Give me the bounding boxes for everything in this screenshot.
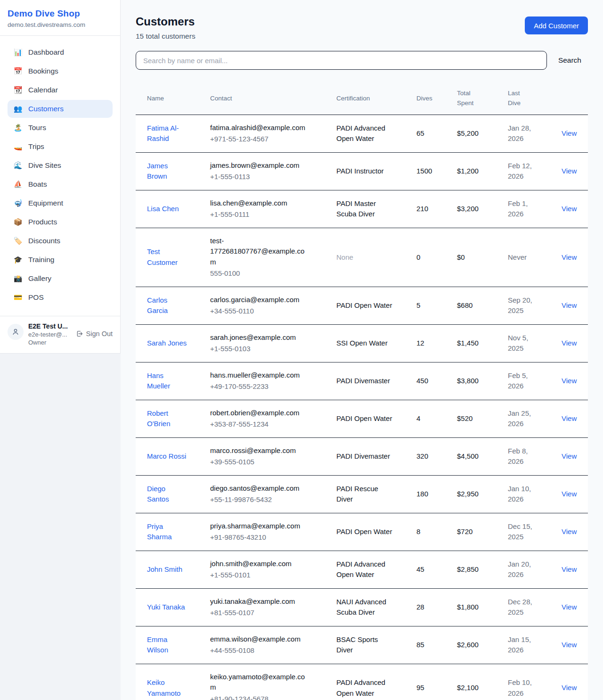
table-row: Hans Mueller hans.mueller@example.com +4… [136, 362, 588, 400]
table-row: Emma Wilson emma.wilson@example.com +44-… [136, 626, 588, 664]
view-link[interactable]: View [562, 565, 577, 573]
add-customer-button[interactable]: Add Customer [525, 16, 588, 34]
customer-name-link[interactable]: Sarah Jones [147, 338, 187, 349]
customer-dives: 95 [411, 664, 451, 700]
customer-email: marco.rossi@example.com [210, 445, 310, 456]
customer-phone: +1-555-0103 [210, 344, 325, 354]
customer-phone: +55-11-99876-5432 [210, 494, 325, 505]
customer-total-spent: $5,200 [451, 115, 502, 152]
customer-name-link[interactable]: Robert O'Brien [147, 408, 187, 429]
view-link[interactable]: View [562, 377, 577, 385]
customer-phone: +353-87-555-1234 [210, 419, 325, 430]
user-email: e2e-tester@... [28, 331, 71, 338]
table-row: Keiko Yamamoto keiko.yamamoto@example.co… [136, 664, 588, 700]
sidebar-item-trips[interactable]: 🚤Trips [8, 138, 113, 156]
customer-name-link[interactable]: Lisa Chen [147, 204, 179, 214]
table-row: Diego Santos diego.santos@example.com +5… [136, 475, 588, 513]
view-link[interactable]: View [562, 167, 577, 175]
customer-name-link[interactable]: Diego Santos [147, 484, 187, 505]
sidebar-item-label: POS [28, 293, 44, 302]
sidebar-item-bookings[interactable]: 📅Bookings [8, 62, 113, 80]
table-row: Robert O'Brien robert.obrien@example.com… [136, 400, 588, 437]
view-link[interactable]: View [562, 684, 577, 692]
customer-total-spent: $680 [451, 287, 502, 324]
customer-name-link[interactable]: Marco Rossi [147, 451, 186, 462]
view-link[interactable]: View [562, 527, 577, 535]
sidebar-item-gallery[interactable]: 📸Gallery [8, 270, 113, 288]
sidebar-item-label: Calendar [28, 86, 58, 94]
customer-phone: +39-555-0105 [210, 457, 325, 468]
customer-last-dive: Feb 12, 2026 [508, 161, 538, 182]
customer-dives: 45 [411, 551, 451, 588]
customer-email: keiko.yamamoto@example.com [210, 672, 310, 693]
customer-dives: 0 [411, 228, 451, 287]
sidebar-item-products[interactable]: 📦Products [8, 213, 113, 231]
search-button[interactable]: Search [552, 52, 588, 68]
page-header: Customers 15 total customers Add Custome… [136, 15, 588, 41]
products-icon: 📦 [13, 218, 23, 226]
table-row: John Smith john.smith@example.com +1-555… [136, 551, 588, 588]
view-link[interactable]: View [562, 490, 577, 498]
sidebar-item-boats[interactable]: ⛵Boats [8, 175, 113, 193]
training-icon: 🎓 [13, 255, 23, 264]
customer-name-link[interactable]: Yuki Tanaka [147, 602, 185, 613]
equipment-icon: 🤿 [13, 199, 23, 207]
customer-name-link[interactable]: Emma Wilson [147, 634, 187, 656]
sidebar-item-equipment[interactable]: 🤿Equipment [8, 194, 113, 212]
customer-certification: PADI Master Scuba Diver [336, 198, 394, 220]
customer-name-link[interactable]: Carlos Garcia [147, 295, 187, 316]
customer-dives: 180 [411, 475, 451, 513]
user-footer: E2E Test U... e2e-tester@... Owner Sign … [0, 316, 120, 353]
view-link[interactable]: View [562, 301, 577, 309]
main-content: Customers 15 total customers Add Custome… [121, 0, 603, 700]
customer-total-spent: $0 [451, 228, 502, 287]
table-row: Lisa Chen lisa.chen@example.com +1-555-0… [136, 190, 588, 228]
sidebar-item-training[interactable]: 🎓Training [8, 251, 113, 269]
sidebar-item-tours[interactable]: 🏝️Tours [8, 119, 113, 137]
customer-total-spent: $720 [451, 513, 502, 551]
view-link[interactable]: View [562, 414, 577, 422]
customer-name-link[interactable]: Priya Sharma [147, 521, 187, 543]
discounts-icon: 🏷️ [13, 237, 23, 245]
customer-name-link[interactable]: Test Customer [147, 247, 187, 268]
column-header-total-spent: Total Spent [451, 82, 502, 115]
sign-out-label: Sign Out [86, 330, 113, 338]
dashboard-icon: 📊 [13, 48, 23, 57]
table-row: Test Customer test-1772681807767@example… [136, 228, 588, 287]
customer-name-link[interactable]: James Brown [147, 161, 187, 182]
view-link[interactable]: View [562, 641, 577, 649]
customer-email: emma.wilson@example.com [210, 634, 310, 645]
table-row: James Brown james.brown@example.com +1-5… [136, 152, 588, 190]
customer-certification: NAUI Advanced Scuba Diver [336, 597, 394, 618]
view-link[interactable]: View [562, 603, 577, 611]
customer-phone: +81-555-0107 [210, 608, 325, 618]
view-link[interactable]: View [562, 253, 577, 261]
sidebar-item-discounts[interactable]: 🏷️Discounts [8, 232, 113, 250]
customer-certification: None [336, 252, 353, 263]
customer-email: hans.mueller@example.com [210, 370, 310, 381]
view-link[interactable]: View [562, 129, 577, 137]
search-input[interactable] [136, 51, 547, 70]
user-role: Owner [28, 339, 71, 346]
sign-out-button[interactable]: Sign Out [76, 330, 113, 338]
view-link[interactable]: View [562, 339, 577, 347]
customer-last-dive: Feb 8, 2026 [508, 446, 538, 467]
customer-name-link[interactable]: Fatima Al-Rashid [147, 123, 187, 144]
table-row: Marco Rossi marco.rossi@example.com +39-… [136, 437, 588, 475]
customer-certification: PADI Advanced Open Water [336, 677, 394, 699]
shop-name: Demo Dive Shop [8, 8, 113, 19]
customer-name-link[interactable]: John Smith [147, 564, 182, 575]
view-link[interactable]: View [562, 452, 577, 460]
customer-last-dive: Jan 25, 2026 [508, 408, 538, 429]
sidebar-item-calendar[interactable]: 📆Calendar [8, 81, 113, 99]
customer-name-link[interactable]: Hans Mueller [147, 371, 187, 392]
customer-last-dive: Dec 28, 2025 [508, 597, 538, 618]
customer-last-dive: Jan 10, 2026 [508, 484, 538, 505]
sidebar-item-customers[interactable]: 👥Customers [8, 100, 113, 118]
customer-email: yuki.tanaka@example.com [210, 596, 310, 607]
sidebar-item-dive-sites[interactable]: 🌊Dive Sites [8, 156, 113, 174]
customer-name-link[interactable]: Keiko Yamamoto [147, 677, 187, 699]
sidebar-item-pos[interactable]: 💳POS [8, 288, 113, 306]
sidebar-item-dashboard[interactable]: 📊Dashboard [8, 43, 113, 61]
view-link[interactable]: View [562, 205, 577, 213]
